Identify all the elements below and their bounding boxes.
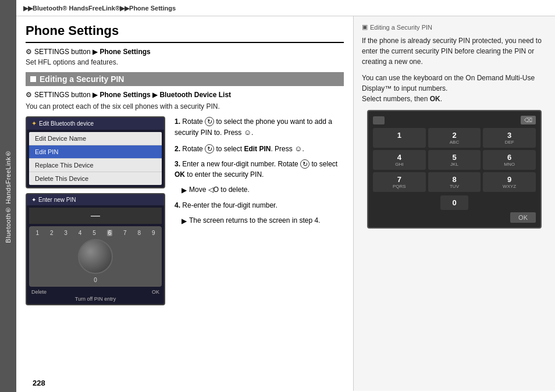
- pin-num-4: 4: [79, 230, 82, 236]
- breadcrumb-text: ▶▶Bluetooth® HandsFreeLink®▶▶Phone Setti…: [23, 5, 176, 12]
- screens-column: ✦ Edit Bluetooth device Edit Device Name…: [26, 116, 165, 305]
- screen2-title: Enter new PIN: [38, 197, 76, 203]
- pin-num-0: 0: [94, 277, 97, 283]
- screen1-menu-list: Edit Device Name Edit PIN Replace This D…: [29, 132, 162, 185]
- key-1[interactable]: 1: [373, 128, 426, 148]
- menu-item-3[interactable]: Delete This Device: [29, 172, 162, 185]
- steps-container: 1. Rotate ↻ to select the phone you want…: [175, 116, 344, 305]
- main-content: ▶▶Bluetooth® HandsFreeLink®▶▶Phone Setti…: [16, 0, 555, 392]
- settings-path: ⚙ SETTINGS button ▶ Phone Settings: [26, 48, 344, 56]
- rotate-icon-3: ↻: [300, 159, 309, 169]
- settings-path-text: SETTINGS button ▶ Phone Settings: [34, 48, 151, 56]
- pin-numbers-bottom: 0: [31, 277, 159, 283]
- note-text-1: If the phone is already security PIN pro…: [362, 35, 547, 67]
- pin-bottom-btns: Delete OK: [27, 288, 164, 296]
- menu-item-1[interactable]: Edit PIN: [29, 145, 162, 159]
- sidebar: Bluetooth® HandsFreeLink®: [0, 0, 16, 392]
- pin-num-5: 5: [92, 230, 96, 236]
- rotate-icon-2: ↻: [205, 144, 214, 154]
- keypad-top-bar: ⌫: [373, 116, 536, 124]
- step-4: 4. Re-enter the four-digit number.: [175, 200, 344, 211]
- rotate-icon-1: ↻: [205, 117, 214, 126]
- step-3a: ▶ Move ◁O to delete.: [182, 184, 344, 195]
- section-square-icon: [30, 76, 36, 82]
- page-title: Phone Settings: [26, 23, 344, 43]
- menu-item-0[interactable]: Edit Device Name: [29, 132, 162, 145]
- keypad-screen-icon: [373, 116, 385, 124]
- keypad-zero-row: 0: [373, 195, 536, 210]
- screen1-title-bar: ✦ Edit Bluetooth device: [27, 117, 164, 130]
- page-number: 228: [33, 379, 45, 387]
- note-label: ▣ Editing a Security PIN: [362, 23, 547, 31]
- screen1-gear-icon: ✦: [31, 120, 37, 127]
- dial-knob[interactable]: [78, 239, 113, 274]
- key-2[interactable]: 2ABC: [428, 128, 481, 148]
- pin-num-8: 8: [138, 230, 141, 236]
- key-ok[interactable]: OK: [510, 212, 536, 223]
- settings-icon: ⚙: [26, 48, 32, 56]
- menu-item-2[interactable]: Replace This Device: [29, 159, 162, 172]
- keypad-mockup: ⌫ 1 2ABC 3DEF 4GHI 5JKL 6MNO 7PQRS 8TUV …: [367, 110, 542, 229]
- pin-delete-btn[interactable]: Delete: [31, 289, 47, 295]
- sub-settings-icon: ⚙: [26, 91, 32, 99]
- key-0[interactable]: 0: [440, 195, 468, 210]
- arrow-4a: ▶: [182, 216, 187, 226]
- pin-num-6: 6: [107, 230, 113, 236]
- sub-path: ⚙ SETTINGS button ▶ Phone Settings ▶ Blu…: [26, 91, 344, 99]
- key-3[interactable]: 3DEF: [483, 128, 536, 148]
- pin-num-2: 2: [50, 230, 54, 236]
- key-4[interactable]: 4GHI: [373, 150, 426, 170]
- section-title: Editing a Security PIN: [40, 74, 124, 84]
- step-3: 3. Enter a new four-digit number. Rotate…: [175, 159, 344, 180]
- section-header: Editing a Security PIN: [26, 72, 344, 86]
- key-9[interactable]: 9WXYZ: [483, 172, 536, 192]
- keypad-backspace[interactable]: ⌫: [521, 116, 536, 124]
- key-7[interactable]: 7PQRS: [373, 172, 426, 192]
- left-content: Phone Settings ⚙ SETTINGS button ▶ Phone…: [16, 16, 354, 391]
- pin-ok-btn[interactable]: OK: [152, 289, 159, 295]
- pin-numbers-top: 1 2 3 4 5 6 7 8 9: [31, 230, 159, 236]
- screen1-title: Edit Bluetooth device: [39, 120, 94, 127]
- sidebar-label: Bluetooth® HandsFreeLink®: [5, 149, 12, 243]
- right-content: ▣ Editing a Security PIN If the phone is…: [354, 16, 555, 391]
- pin-num-3: 3: [64, 230, 67, 236]
- step-2: 2. Rotate ↻ to select Edit PIN. Press ☺.: [175, 143, 344, 155]
- screen2-title-bar: ✦ Enter new PIN: [27, 194, 164, 205]
- pin-turn-off[interactable]: Turn off PIN entry: [27, 296, 164, 304]
- key-5[interactable]: 5JKL: [428, 150, 481, 170]
- keypad-ok-row: OK: [373, 212, 536, 223]
- pin-display: —: [29, 208, 162, 224]
- pin-dial-area: 1 2 3 4 5 6 7 8 9: [29, 226, 162, 287]
- note-text-2: You can use the keyboard on the On Deman…: [362, 73, 547, 104]
- pin-num-9: 9: [152, 230, 155, 236]
- smiley-icon-2: ☺: [294, 143, 302, 155]
- key-6[interactable]: 6MNO: [483, 150, 536, 170]
- note-icon: ▣: [362, 23, 368, 31]
- screen2-gear-icon: ✦: [31, 197, 36, 203]
- screenshots-row: ✦ Edit Bluetooth device Edit Device Name…: [26, 116, 344, 305]
- smiley-icon-1: ☺: [244, 127, 251, 138]
- pin-num-7: 7: [123, 230, 127, 236]
- screen1: ✦ Edit Bluetooth device Edit Device Name…: [26, 116, 165, 188]
- sub-description: You can protect each of the six cell pho…: [26, 102, 344, 111]
- breadcrumb: ▶▶Bluetooth® HandsFreeLink®▶▶Phone Setti…: [16, 0, 555, 16]
- note-label-text: Editing a Security PIN: [370, 24, 432, 31]
- key-8[interactable]: 8TUV: [428, 172, 481, 192]
- arrow-3a: ▶: [182, 185, 187, 195]
- content-area: Phone Settings ⚙ SETTINGS button ▶ Phone…: [16, 16, 555, 391]
- keypad-grid: 1 2ABC 3DEF 4GHI 5JKL 6MNO 7PQRS 8TUV 9W…: [373, 128, 536, 192]
- screen2: ✦ Enter new PIN — 1 2 3 4: [26, 193, 165, 305]
- pin-dash: —: [91, 211, 100, 221]
- description: Set HFL options and features.: [26, 58, 344, 66]
- sub-path-text: SETTINGS button ▶ Phone Settings ▶ Bluet…: [34, 91, 231, 99]
- pin-num-1: 1: [35, 230, 39, 236]
- step-4a: ▶ The screen returns to the screen in st…: [182, 215, 344, 226]
- step-1: 1. Rotate ↻ to select the phone you want…: [175, 116, 344, 138]
